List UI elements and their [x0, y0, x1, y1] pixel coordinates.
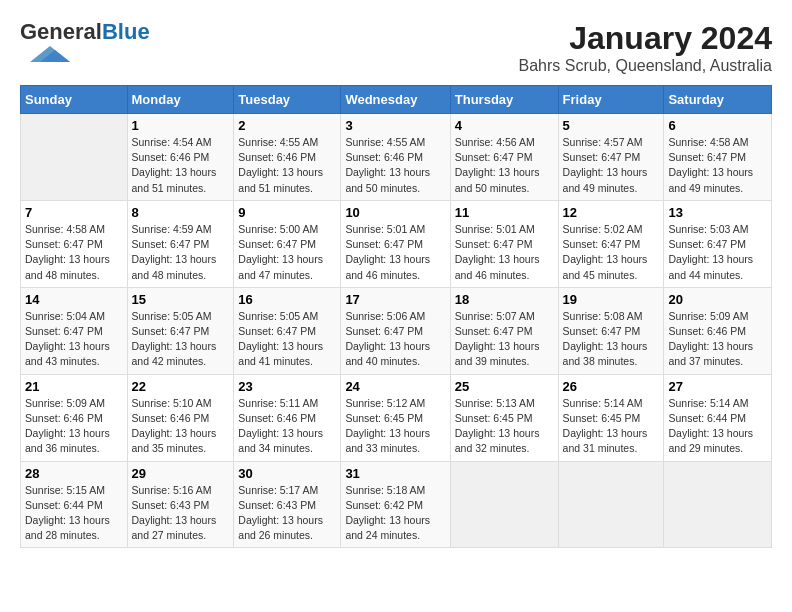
calendar-cell [21, 114, 128, 201]
day-info: Sunrise: 4:59 AMSunset: 6:47 PMDaylight:… [132, 222, 230, 283]
day-number: 25 [455, 379, 554, 394]
calendar-cell: 4Sunrise: 4:56 AMSunset: 6:47 PMDaylight… [450, 114, 558, 201]
calendar-cell: 5Sunrise: 4:57 AMSunset: 6:47 PMDaylight… [558, 114, 664, 201]
day-info: Sunrise: 4:56 AMSunset: 6:47 PMDaylight:… [455, 135, 554, 196]
day-info: Sunrise: 4:58 AMSunset: 6:47 PMDaylight:… [668, 135, 767, 196]
calendar-cell: 13Sunrise: 5:03 AMSunset: 6:47 PMDayligh… [664, 200, 772, 287]
calendar-cell [450, 461, 558, 548]
calendar-cell: 31Sunrise: 5:18 AMSunset: 6:42 PMDayligh… [341, 461, 450, 548]
calendar-cell: 24Sunrise: 5:12 AMSunset: 6:45 PMDayligh… [341, 374, 450, 461]
logo: GeneralBlue [20, 20, 150, 68]
day-number: 5 [563, 118, 660, 133]
day-info: Sunrise: 5:01 AMSunset: 6:47 PMDaylight:… [455, 222, 554, 283]
day-info: Sunrise: 5:02 AMSunset: 6:47 PMDaylight:… [563, 222, 660, 283]
day-info: Sunrise: 5:01 AMSunset: 6:47 PMDaylight:… [345, 222, 445, 283]
calendar-cell: 12Sunrise: 5:02 AMSunset: 6:47 PMDayligh… [558, 200, 664, 287]
calendar-cell: 25Sunrise: 5:13 AMSunset: 6:45 PMDayligh… [450, 374, 558, 461]
page-title: January 2024 [519, 20, 772, 57]
day-number: 1 [132, 118, 230, 133]
calendar-cell: 20Sunrise: 5:09 AMSunset: 6:46 PMDayligh… [664, 287, 772, 374]
day-info: Sunrise: 5:06 AMSunset: 6:47 PMDaylight:… [345, 309, 445, 370]
day-number: 12 [563, 205, 660, 220]
calendar-cell: 15Sunrise: 5:05 AMSunset: 6:47 PMDayligh… [127, 287, 234, 374]
calendar-cell: 3Sunrise: 4:55 AMSunset: 6:46 PMDaylight… [341, 114, 450, 201]
calendar-cell: 14Sunrise: 5:04 AMSunset: 6:47 PMDayligh… [21, 287, 128, 374]
day-info: Sunrise: 5:05 AMSunset: 6:47 PMDaylight:… [132, 309, 230, 370]
day-info: Sunrise: 5:14 AMSunset: 6:45 PMDaylight:… [563, 396, 660, 457]
day-info: Sunrise: 5:15 AMSunset: 6:44 PMDaylight:… [25, 483, 123, 544]
day-number: 28 [25, 466, 123, 481]
day-number: 21 [25, 379, 123, 394]
calendar-cell: 11Sunrise: 5:01 AMSunset: 6:47 PMDayligh… [450, 200, 558, 287]
calendar-week-row: 21Sunrise: 5:09 AMSunset: 6:46 PMDayligh… [21, 374, 772, 461]
day-info: Sunrise: 5:13 AMSunset: 6:45 PMDaylight:… [455, 396, 554, 457]
page-header: GeneralBlue January 2024 Bahrs Scrub, Qu… [20, 20, 772, 75]
day-number: 19 [563, 292, 660, 307]
day-number: 3 [345, 118, 445, 133]
column-header-tuesday: Tuesday [234, 86, 341, 114]
calendar-week-row: 28Sunrise: 5:15 AMSunset: 6:44 PMDayligh… [21, 461, 772, 548]
column-header-saturday: Saturday [664, 86, 772, 114]
calendar-cell: 23Sunrise: 5:11 AMSunset: 6:46 PMDayligh… [234, 374, 341, 461]
calendar-cell: 29Sunrise: 5:16 AMSunset: 6:43 PMDayligh… [127, 461, 234, 548]
calendar-cell: 17Sunrise: 5:06 AMSunset: 6:47 PMDayligh… [341, 287, 450, 374]
calendar-cell: 28Sunrise: 5:15 AMSunset: 6:44 PMDayligh… [21, 461, 128, 548]
day-info: Sunrise: 5:09 AMSunset: 6:46 PMDaylight:… [25, 396, 123, 457]
day-number: 4 [455, 118, 554, 133]
logo-general-text: General [20, 19, 102, 44]
day-info: Sunrise: 5:08 AMSunset: 6:47 PMDaylight:… [563, 309, 660, 370]
calendar-cell: 19Sunrise: 5:08 AMSunset: 6:47 PMDayligh… [558, 287, 664, 374]
column-header-wednesday: Wednesday [341, 86, 450, 114]
column-header-thursday: Thursday [450, 86, 558, 114]
day-info: Sunrise: 4:57 AMSunset: 6:47 PMDaylight:… [563, 135, 660, 196]
day-number: 18 [455, 292, 554, 307]
day-info: Sunrise: 5:09 AMSunset: 6:46 PMDaylight:… [668, 309, 767, 370]
day-info: Sunrise: 5:00 AMSunset: 6:47 PMDaylight:… [238, 222, 336, 283]
calendar-cell: 21Sunrise: 5:09 AMSunset: 6:46 PMDayligh… [21, 374, 128, 461]
calendar-cell: 9Sunrise: 5:00 AMSunset: 6:47 PMDaylight… [234, 200, 341, 287]
calendar-cell: 10Sunrise: 5:01 AMSunset: 6:47 PMDayligh… [341, 200, 450, 287]
calendar-cell: 26Sunrise: 5:14 AMSunset: 6:45 PMDayligh… [558, 374, 664, 461]
logo-blue-text: Blue [102, 19, 150, 44]
day-number: 26 [563, 379, 660, 394]
logo-icon [20, 44, 80, 64]
day-number: 29 [132, 466, 230, 481]
calendar-cell: 22Sunrise: 5:10 AMSunset: 6:46 PMDayligh… [127, 374, 234, 461]
day-number: 6 [668, 118, 767, 133]
day-number: 24 [345, 379, 445, 394]
calendar-week-row: 1Sunrise: 4:54 AMSunset: 6:46 PMDaylight… [21, 114, 772, 201]
day-number: 9 [238, 205, 336, 220]
calendar-cell: 27Sunrise: 5:14 AMSunset: 6:44 PMDayligh… [664, 374, 772, 461]
day-info: Sunrise: 5:11 AMSunset: 6:46 PMDaylight:… [238, 396, 336, 457]
day-number: 2 [238, 118, 336, 133]
day-info: Sunrise: 5:14 AMSunset: 6:44 PMDaylight:… [668, 396, 767, 457]
calendar-cell: 6Sunrise: 4:58 AMSunset: 6:47 PMDaylight… [664, 114, 772, 201]
day-info: Sunrise: 5:10 AMSunset: 6:46 PMDaylight:… [132, 396, 230, 457]
calendar-table: SundayMondayTuesdayWednesdayThursdayFrid… [20, 85, 772, 548]
day-number: 10 [345, 205, 445, 220]
day-number: 15 [132, 292, 230, 307]
day-number: 8 [132, 205, 230, 220]
column-header-sunday: Sunday [21, 86, 128, 114]
calendar-cell: 16Sunrise: 5:05 AMSunset: 6:47 PMDayligh… [234, 287, 341, 374]
day-number: 30 [238, 466, 336, 481]
calendar-cell: 8Sunrise: 4:59 AMSunset: 6:47 PMDaylight… [127, 200, 234, 287]
day-info: Sunrise: 4:55 AMSunset: 6:46 PMDaylight:… [238, 135, 336, 196]
day-info: Sunrise: 5:05 AMSunset: 6:47 PMDaylight:… [238, 309, 336, 370]
day-number: 16 [238, 292, 336, 307]
day-info: Sunrise: 4:54 AMSunset: 6:46 PMDaylight:… [132, 135, 230, 196]
calendar-cell: 30Sunrise: 5:17 AMSunset: 6:43 PMDayligh… [234, 461, 341, 548]
calendar-cell [664, 461, 772, 548]
title-block: January 2024 Bahrs Scrub, Queensland, Au… [519, 20, 772, 75]
day-info: Sunrise: 5:04 AMSunset: 6:47 PMDaylight:… [25, 309, 123, 370]
calendar-week-row: 7Sunrise: 4:58 AMSunset: 6:47 PMDaylight… [21, 200, 772, 287]
calendar-cell [558, 461, 664, 548]
calendar-cell: 2Sunrise: 4:55 AMSunset: 6:46 PMDaylight… [234, 114, 341, 201]
day-info: Sunrise: 5:17 AMSunset: 6:43 PMDaylight:… [238, 483, 336, 544]
day-info: Sunrise: 4:58 AMSunset: 6:47 PMDaylight:… [25, 222, 123, 283]
day-number: 23 [238, 379, 336, 394]
calendar-week-row: 14Sunrise: 5:04 AMSunset: 6:47 PMDayligh… [21, 287, 772, 374]
calendar-cell: 18Sunrise: 5:07 AMSunset: 6:47 PMDayligh… [450, 287, 558, 374]
day-number: 22 [132, 379, 230, 394]
day-number: 14 [25, 292, 123, 307]
